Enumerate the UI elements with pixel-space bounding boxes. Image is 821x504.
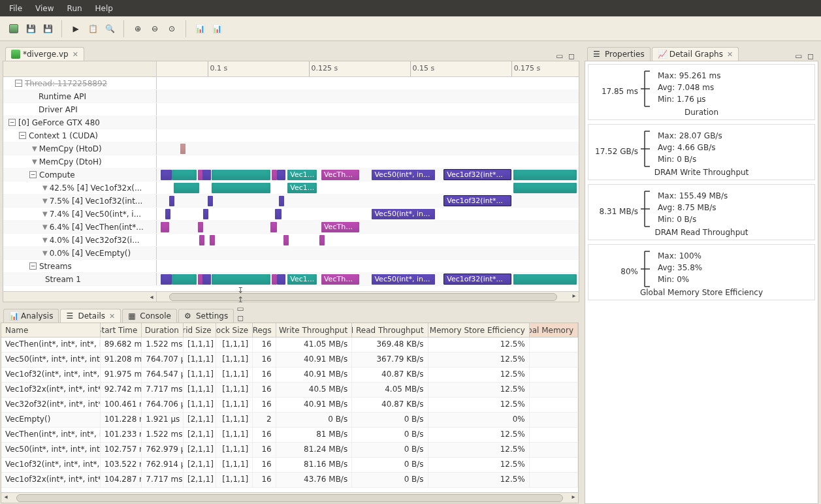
timeline-ruler[interactable]: 0.1 s 0.125 s 0.15 s 0.175 s: [3, 61, 579, 77]
filter-icon[interactable]: ▼: [42, 249, 48, 257]
table-row[interactable]: Vec1of32x(int*, int*, int*, int)92.742 m…: [1, 383, 578, 398]
scroll-right-icon[interactable]: ▸: [569, 493, 578, 503]
column-header-gmse[interactable]: Global Memory Store Efficiency: [428, 323, 530, 337]
column-header-block[interactable]: Block Size: [216, 323, 253, 337]
column-header-dramr[interactable]: DRAM Read Throughput: [352, 323, 428, 337]
timeline-rows[interactable]: −Thread: 1172258892 Runtime API Driver A…: [3, 77, 579, 291]
export-icon[interactable]: ↧: [235, 286, 246, 295]
tree-driver-api[interactable]: Driver API: [39, 105, 78, 114]
tree-memcpy-dtoh[interactable]: MemCpy (DtoH): [39, 157, 102, 166]
collapse-icon[interactable]: −: [29, 262, 37, 270]
maximize-icon[interactable]: ◻: [805, 52, 816, 61]
zoom-out-icon[interactable]: ⊖: [148, 22, 162, 36]
details-table-header[interactable]: NameStart TimeDurationGrid SizeBlock Siz…: [1, 323, 578, 338]
save-icon[interactable]: 💾: [24, 22, 38, 36]
collapse-icon[interactable]: −: [8, 119, 16, 126]
column-header-regs[interactable]: Regs: [253, 323, 276, 337]
close-icon[interactable]: ✕: [72, 50, 78, 59]
tab-details[interactable]: ☰Details✕: [60, 309, 121, 323]
menu-file[interactable]: File: [3, 1, 29, 16]
tab-file[interactable]: *diverge.vp ✕: [5, 47, 84, 61]
table-row[interactable]: Vec1of32x(int*, int*, int*, int)104.287 …: [1, 473, 578, 488]
tree-kernel[interactable]: 6.4% [4] VecThen(int*...: [50, 223, 144, 232]
filter-icon[interactable]: ▼: [42, 210, 48, 217]
table-row[interactable]: VecThen(int*, int*, int*, int)89.682 ms1…: [1, 338, 578, 353]
minimize-icon[interactable]: ▭: [235, 304, 246, 313]
tree-kernel[interactable]: 4.0% [4] Vec32of32(i...: [50, 236, 140, 245]
tab-console[interactable]: ▦Console: [122, 309, 177, 323]
scrollbar-thumb[interactable]: [169, 293, 557, 301]
tree-stream1[interactable]: Stream 1: [45, 275, 81, 284]
tree-streams[interactable]: Streams: [39, 262, 72, 271]
tree-memcpy-htod[interactable]: MemCpy (HtoD): [39, 144, 102, 153]
menu-view[interactable]: View: [29, 1, 60, 16]
tree-kernel[interactable]: 0.0% [4] VecEmpty(): [50, 249, 131, 258]
tree-runtime-api[interactable]: Runtime API: [39, 92, 86, 101]
minimize-icon[interactable]: ▭: [555, 52, 565, 61]
maximize-icon[interactable]: ◻: [235, 313, 246, 323]
table-row[interactable]: Vec1of32(int*, int*, int*, int)91.975 ms…: [1, 368, 578, 383]
table-row[interactable]: VecThen(int*, int*, int*, int)101.233 ms…: [1, 428, 578, 443]
column-header-start[interactable]: Start Time: [101, 323, 142, 337]
column-header-grid[interactable]: Grid Size: [184, 323, 216, 337]
save-all-icon[interactable]: 💾: [40, 22, 55, 36]
filter-icon[interactable]: ▼: [42, 236, 48, 244]
tab-settings[interactable]: ⚙Settings: [178, 309, 234, 323]
tree-kernel[interactable]: 7.4% [4] Vec50(int*, i...: [50, 210, 141, 219]
collapse-icon[interactable]: −: [19, 132, 26, 139]
tree-kernel[interactable]: 42.5% [4] Vec1of32x(...: [50, 183, 142, 193]
minimize-icon[interactable]: ▭: [794, 52, 804, 61]
tab-analysis[interactable]: 📊Analysis: [3, 309, 59, 323]
menu-run[interactable]: Run: [61, 1, 89, 16]
tab-properties[interactable]: ☰Properties: [587, 47, 651, 61]
run-icon[interactable]: ▶: [69, 22, 83, 36]
tree-context[interactable]: Context 1 (CUDA): [29, 131, 98, 140]
tree-kernel[interactable]: 7.5% [4] Vec1of32(int...: [50, 197, 143, 206]
collapse-icon[interactable]: −: [15, 80, 22, 87]
chart-icon[interactable]: 📊: [193, 22, 207, 36]
tree-compute[interactable]: Compute: [39, 170, 75, 180]
detail-graphs-pane[interactable]: 17.85 msMax: 95.261 msAvg: 7.048 msMin: …: [585, 61, 818, 504]
filter-icon[interactable]: ▼: [42, 184, 48, 191]
table-row[interactable]: Vec50(int*, int*, int*, int)91.208 ms764…: [1, 353, 578, 368]
scrollbar-thumb[interactable]: [16, 494, 564, 502]
zoom-fit-icon[interactable]: ⊙: [165, 22, 179, 36]
menu-help[interactable]: Help: [89, 1, 120, 16]
scroll-right-icon[interactable]: ▸: [570, 292, 579, 302]
stream-track[interactable]: Vec1... VecThen(... Vec50(int*, in... Ve…: [157, 273, 579, 285]
filter-icon[interactable]: ▼: [32, 145, 37, 152]
copy-icon[interactable]: 📋: [86, 22, 100, 36]
column-header-name[interactable]: Name: [1, 323, 101, 337]
details-table-body[interactable]: VecThen(int*, int*, int*, int)89.682 ms1…: [1, 338, 578, 492]
filter-icon[interactable]: ▼: [32, 158, 37, 165]
table-row[interactable]: VecEmpty()101.228 ms1.921 µs[2,1,1][1,1,…: [1, 413, 578, 428]
tree-device[interactable]: [0] GeForce GTX 480: [18, 118, 100, 127]
graph-card[interactable]: 17.52 GB/sMax: 28.07 GB/sAvg: 4.66 GB/sM…: [588, 124, 815, 180]
table-row[interactable]: Vec32of32(int*, int*, int*, int)100.461 …: [1, 398, 578, 413]
graph-card[interactable]: 80%Max: 100%Avg: 35.8%Min: 0%Global Memo…: [588, 244, 815, 300]
search-icon[interactable]: 🔍: [103, 22, 117, 36]
maximize-icon[interactable]: ◻: [566, 52, 577, 61]
scroll-left-icon[interactable]: ◂: [147, 293, 156, 300]
collapse-icon[interactable]: −: [29, 171, 37, 178]
timeline-hscroll[interactable]: ◂ ▸: [3, 291, 579, 302]
scroll-left-icon[interactable]: ◂: [1, 493, 10, 503]
close-icon[interactable]: ✕: [727, 50, 733, 59]
filter-icon[interactable]: ▼: [42, 197, 48, 204]
compute-track[interactable]: Vec1... VecThen(... Vec50(int*, in... Ve…: [157, 168, 579, 181]
new-session-icon[interactable]: [7, 22, 21, 36]
graph-card[interactable]: 17.85 msMax: 95.261 msAvg: 7.048 msMin: …: [588, 64, 815, 120]
column-header-gm[interactable]: Global Memory: [530, 323, 578, 337]
chart2-icon[interactable]: 📊: [210, 22, 224, 36]
close-icon[interactable]: ✕: [109, 312, 115, 321]
import-icon[interactable]: ↥: [235, 295, 246, 304]
column-header-dur[interactable]: Duration: [142, 323, 184, 337]
filter-icon[interactable]: ▼: [42, 223, 48, 230]
table-row[interactable]: Vec1of32(int*, int*, int*, int)103.522 m…: [1, 458, 578, 473]
zoom-in-icon[interactable]: ⊕: [131, 22, 145, 36]
table-row[interactable]: Vec50(int*, int*, int*, int)102.757 ms76…: [1, 443, 578, 458]
tab-detail-graphs[interactable]: 📈Detail Graphs✕: [652, 47, 739, 61]
details-hscroll[interactable]: ◂ ▸: [1, 492, 578, 503]
column-header-dramw[interactable]: DRAM Write Throughput: [276, 323, 352, 337]
graph-card[interactable]: 8.31 MB/sMax: 155.49 MB/sAvg: 8.75 MB/sM…: [588, 184, 815, 240]
